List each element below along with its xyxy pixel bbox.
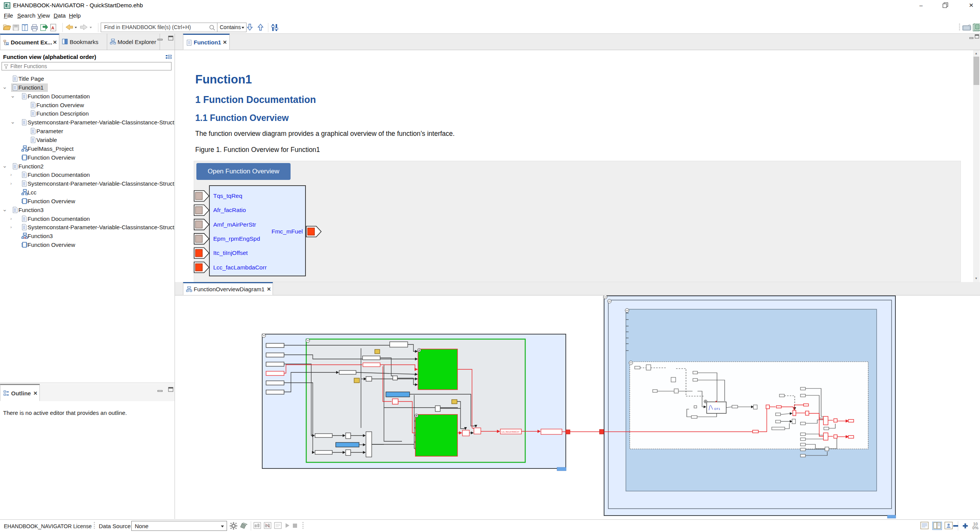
scrollbar-thumb[interactable] [973, 57, 979, 85]
tree-item-function-documentation[interactable]: ⌄Function Documentation [0, 92, 175, 101]
tab-diagram1-close-icon[interactable]: ✕ [267, 286, 271, 292]
doc-icon [21, 171, 28, 178]
output-port-label: Fmc_mFuel [271, 228, 303, 235]
search-next-prev-icons[interactable] [247, 23, 266, 32]
tab-diagram1-label: FunctionOverviewDiagram1 [194, 286, 265, 292]
doc-icon [21, 180, 28, 187]
tree-item-variable[interactable]: Variable [0, 136, 175, 145]
tree-item-function-overview[interactable]: Function Overview [0, 197, 175, 206]
outline-minimize-maximize-icons[interactable] [157, 387, 175, 392]
outline-icon [3, 390, 9, 396]
doc-icon [21, 215, 28, 222]
status-bar: EHANDBOOK_NAVIGATOR License Data Source:… [0, 519, 980, 532]
diagram-right-function1[interactable]: DT1 [599, 295, 896, 518]
restore-button[interactable] [937, 0, 954, 11]
tree-item-function-description[interactable]: Function Description [0, 109, 175, 118]
tree-item-systemconstant-parameter-variable-classinstance-structure[interactable]: ›Systemconstant-Parameter-Variable-Class… [0, 180, 175, 188]
diagram-canvas[interactable]: Lcc_facLambdaCorr [175, 295, 980, 519]
doc-icon [12, 163, 19, 170]
contains-dropdown[interactable]: Contains [217, 23, 247, 32]
tree-item-function-documentation[interactable]: ›Function Documentation [0, 171, 175, 180]
tree-item-systemconstant-parameter-variable-classinstance-structure[interactable]: ⌄Systemconstant-Parameter-Variable-Class… [0, 118, 175, 127]
tab-outline-label: Outline [11, 390, 31, 397]
keyboard-icon[interactable] [962, 24, 972, 31]
settings-datasource-icons[interactable] [230, 522, 249, 530]
data-source-label: Data Source: [99, 523, 132, 529]
doc-icon [12, 207, 19, 213]
tree-item-label: Function Documentation [28, 93, 90, 100]
diagram-left-function1[interactable]: Lcc_facLambdaCorr [262, 334, 599, 471]
tree-collapse-icon[interactable]: ⌄ [2, 83, 7, 90]
doc-icon [30, 128, 37, 134]
input-port-label: Tqs_tqReq [213, 193, 242, 199]
doc-icon [21, 93, 28, 100]
function-block-diagram[interactable]: Tqs_tqReqAfr_facRatioAmf_mAirPerStrEpm_r… [194, 185, 332, 281]
tab-function-overview-diagram1[interactable]: FunctionOverviewDiagram1 ✕ [183, 282, 273, 295]
doc-icon [30, 137, 37, 143]
tree-collapse-icon[interactable]: ⌄ [2, 206, 7, 213]
input-port-label: Lcc_facLambdaCorr [213, 264, 267, 271]
tree-collapse-icon[interactable]: ⌄ [10, 92, 15, 99]
tree-item-lcc[interactable]: Lcc [0, 188, 175, 197]
tree-item-label: Function3 [28, 233, 53, 239]
open-function-overview-button[interactable]: Open Function Overview [196, 163, 291, 180]
editor-minimize-maximize-icons[interactable] [969, 34, 979, 39]
tree-item-parameter[interactable]: Parameter [0, 127, 175, 136]
function-overview-diagrams[interactable]: Lcc_facLambdaCorr [175, 295, 980, 519]
contains-label: Contains [220, 24, 241, 30]
zoom-out-in-icons[interactable] [953, 523, 969, 529]
tab-function1[interactable]: Function1 ✕ [183, 34, 230, 50]
tree-item-function3[interactable]: ⌄Function3 [0, 206, 175, 215]
tree-collapse-icon[interactable]: ⌄ [10, 118, 15, 125]
tree-item-label: Function3 [18, 207, 44, 213]
chip-icon [21, 154, 28, 161]
tree-item-label: Function Overview [28, 154, 75, 161]
input-port-label: Itc_tiInjOffset [213, 250, 248, 256]
diagram-tab-icon [186, 286, 192, 292]
view-mode-icons[interactable] [920, 522, 955, 530]
highlight-settings-icon[interactable] [271, 23, 279, 32]
data-source-dropdown[interactable]: None [131, 521, 227, 531]
tree-item-label: Systemconstant-Parameter-Variable-Classi… [28, 119, 183, 126]
tree-item-title-page[interactable]: Title Page [0, 75, 175, 83]
license-label: EHANDBOOK_NAVIGATOR License [4, 523, 92, 529]
tree-item-label: Parameter [36, 128, 63, 134]
tree-item-function2[interactable]: ⌄Function2 [0, 162, 175, 171]
doc-icon [12, 84, 19, 91]
tree-expand-icon[interactable]: › [10, 225, 12, 229]
tree-item-function1[interactable]: ⌄Function1 [0, 83, 175, 92]
input-port-label: Amf_mAirPerStr [213, 221, 256, 228]
tab-outline-close-icon[interactable]: ✕ [33, 390, 38, 396]
close-button[interactable]: ✕ [963, 0, 980, 11]
document-view[interactable]: Function1 1 Function Documentation 1.1 F… [175, 50, 980, 282]
tab-function1-doc-icon [187, 40, 191, 46]
input-port-label: Afr_facRatio [213, 207, 246, 213]
tab-outline[interactable]: Outline ✕ [0, 384, 40, 401]
chip-icon [21, 242, 28, 248]
help-book-icon[interactable] [973, 23, 980, 32]
tree-expand-icon[interactable]: › [10, 181, 12, 186]
tab-function1-close-icon[interactable]: ✕ [223, 39, 227, 45]
editor-vertical-scrollbar[interactable]: ▲ ▼ [973, 50, 980, 282]
tree-collapse-icon[interactable]: ⌄ [2, 162, 7, 169]
tree-item-function-overview[interactable]: Function Overview [0, 153, 175, 162]
tree-item-function3[interactable]: cFunction3 [0, 232, 175, 241]
doc-icon [21, 119, 28, 126]
tree-item-function-overview[interactable]: Function Overview [0, 241, 175, 250]
doc-paragraph: The function overview diagram provides a… [195, 130, 455, 138]
tree-expand-icon[interactable]: › [10, 216, 12, 221]
zoom-percent[interactable]: 100% [972, 522, 979, 530]
tree-item-function-documentation[interactable]: ›Function Documentation [0, 215, 175, 224]
minimize-button[interactable]: – [913, 0, 929, 11]
restore-icon [942, 2, 949, 8]
tree-expand-icon[interactable]: › [10, 172, 12, 177]
tree-item-label: Function Documentation [28, 215, 90, 222]
search-icon [209, 24, 215, 31]
outline-message: There is no active editor that provides … [3, 410, 127, 416]
tree-item-systemconstant-parameter-variable-classinstance-structure[interactable]: ›Systemconstant-Parameter-Variable-Class… [0, 223, 175, 232]
doc-icon [12, 75, 19, 82]
tree-item-function-overview[interactable]: Function Overview [0, 101, 175, 110]
diagram-signal-label: Lcc_facLambdaCorr [501, 431, 519, 433]
run-control-icons[interactable] [253, 522, 299, 530]
tree-item-fuelmass-project[interactable]: FuelMass_Project [0, 145, 175, 153]
